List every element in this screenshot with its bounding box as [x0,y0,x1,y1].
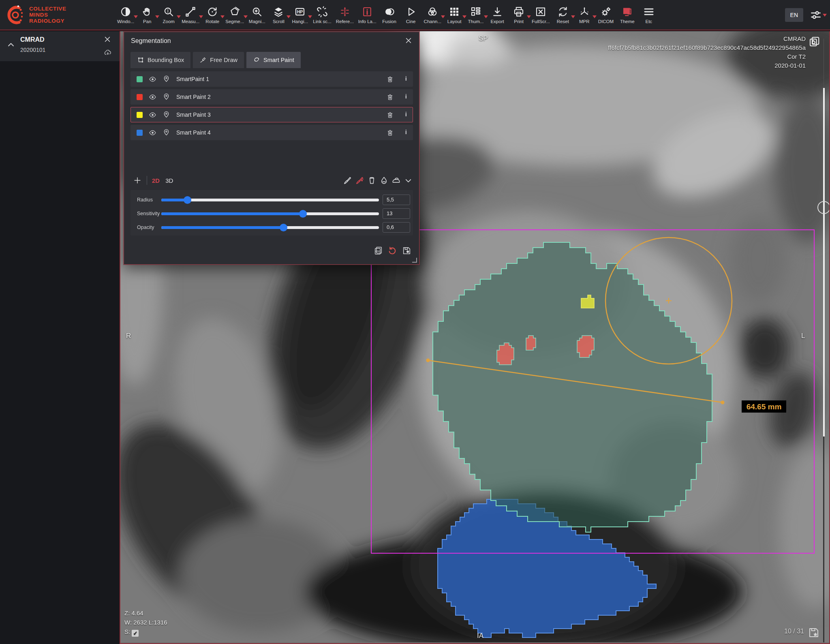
slice-scrollbar-remainder[interactable] [823,436,824,642]
dropdown-caret-icon[interactable] [527,15,531,18]
panel-resize-handle[interactable] [412,258,417,263]
trash-icon[interactable] [386,75,394,83]
segmentation-red-region[interactable] [497,343,514,365]
chevron-down-icon[interactable] [404,176,413,185]
segment-color-swatch[interactable] [137,130,143,136]
toolbar-button-reset[interactable]: Reset [554,5,572,25]
toolbar-button-zoom[interactable]: Zoom [160,5,178,25]
slider-track[interactable] [161,226,379,229]
tab-smart-paint[interactable]: Smart Paint [246,52,301,68]
toolbar-button-magni[interactable]: Magni... [248,5,266,25]
toolbar-button-print[interactable]: Print [510,5,528,25]
pin-icon[interactable] [163,75,170,83]
toolbar-button-rotate[interactable]: Rotate [203,5,221,25]
toolbar-button-pan[interactable]: Pan [138,5,156,25]
slider-handle[interactable] [184,196,191,204]
smooth-icon[interactable] [391,176,401,185]
segment-color-swatch[interactable] [137,112,143,118]
toolbar-button-export[interactable]: Export [488,5,506,25]
eye-icon[interactable] [149,75,156,83]
eye-icon[interactable] [149,93,156,101]
toolbar-button-segme[interactable]: Segme... [225,5,244,25]
eye-icon[interactable] [149,111,156,119]
trash-icon[interactable] [386,111,394,119]
toolbar-button-chann[interactable]: Chann... [424,5,442,25]
mode-2d-toggle[interactable]: 2D [152,177,160,184]
export-csv-button[interactable]: CSV [373,246,383,256]
slice-scrollbar[interactable] [823,88,825,436]
add-segment-button[interactable] [133,176,142,185]
toolbar-button-mpr[interactable]: zxMPR [575,5,593,25]
dropdown-caret-icon[interactable] [308,15,312,18]
save-key-image-icon[interactable] [807,626,820,639]
toolbar-button-scroll[interactable]: Scroll [270,5,287,25]
toolbar-button-layout[interactable]: Layout [445,5,463,25]
mode-3d-toggle[interactable]: 3D [165,177,173,184]
slider-handle[interactable] [280,224,287,231]
toolbar-button-refere[interactable]: Refere... [336,5,354,25]
toolbar-button-dicom[interactable]: DICOM [597,5,615,25]
fill-drop-icon[interactable] [379,176,389,185]
toolbar-button-measu[interactable]: Measu... [181,5,200,25]
toolbar-button-info-la[interactable]: Info La... [358,5,377,25]
toolbar-button-theme[interactable]: Theme [618,5,636,25]
eraser-icon[interactable] [367,176,376,185]
trash-icon[interactable] [386,129,394,137]
tab-free-draw[interactable]: Free Draw [193,52,244,68]
tab-bounding-box[interactable]: Bounding Box [130,52,190,68]
toolbar-button-link-sc[interactable]: Link sc... [312,5,332,25]
close-icon[interactable] [404,36,413,45]
dropdown-caret-icon[interactable] [244,15,248,18]
toolbar-button-thum[interactable]: Thum... [467,5,485,25]
dropdown-caret-icon[interactable] [462,15,466,18]
info-icon[interactable]: i [405,75,407,82]
segmentation-red-region[interactable] [577,336,594,357]
save-segmentation-button[interactable] [402,246,412,256]
info-icon[interactable]: i [405,93,407,100]
undo-button[interactable] [387,246,398,256]
measurement-label[interactable]: 64.65 mm [742,400,786,413]
dropdown-caret-icon[interactable] [177,15,181,18]
dropdown-caret-icon[interactable] [823,14,827,17]
dropdown-caret-icon[interactable] [441,15,445,18]
study-list-item[interactable]: CMRAD 20200101 [0,31,120,61]
pin-icon[interactable] [163,128,170,136]
dropdown-caret-icon[interactable] [593,15,597,18]
toolbar-button-cine[interactable]: Cine [402,5,420,25]
segment-row[interactable]: Smart Paint 2i [130,89,413,105]
dropdown-caret-icon[interactable] [155,15,159,18]
toolbar-button-fullscr[interactable]: FullScr... [531,5,550,25]
chevron-up-icon[interactable] [6,40,15,49]
toolbar-button-etc[interactable]: Etc [640,5,658,25]
copy-series-icon[interactable] [808,35,820,47]
dropdown-caret-icon[interactable] [484,15,488,18]
pin-icon[interactable] [163,93,170,101]
dropdown-caret-icon[interactable] [220,15,225,18]
eye-icon[interactable] [149,129,156,137]
slider-track[interactable] [161,199,379,201]
dropdown-caret-icon[interactable] [287,15,291,18]
slider-track[interactable] [161,212,379,215]
toolbar-button-fusion[interactable]: Fusion [381,5,398,25]
segment-row[interactable]: Smart Paint 4i [130,125,413,140]
toolbar-settings[interactable] [810,9,822,21]
pin-icon[interactable] [163,111,170,118]
brush-icon[interactable] [343,176,352,185]
info-icon[interactable]: i [405,128,407,135]
slice-scrollbar-handle[interactable] [817,201,830,214]
language-button[interactable]: EN [785,8,803,22]
segment-color-swatch[interactable] [137,94,143,100]
dropdown-caret-icon[interactable] [134,15,138,18]
segment-row[interactable]: SmartPaint 1i [130,71,413,87]
brush-dot-icon[interactable] [355,176,364,185]
dropdown-caret-icon[interactable] [571,15,575,18]
segment-row[interactable]: Smart Paint 3i [130,107,413,122]
dicom-viewport[interactable]: 64.65 mm SP R L IA CMRAD ff6fcf7b5fb81c3… [120,31,830,644]
info-icon[interactable]: i [405,111,407,118]
segment-color-swatch[interactable] [137,76,143,82]
toolbar-button-hangi[interactable]: HPHangi... [291,5,309,25]
slider-handle[interactable] [299,210,307,218]
toolbar-button-windo[interactable]: Windo... [117,5,135,25]
dropdown-caret-icon[interactable] [199,15,203,18]
close-icon[interactable] [103,35,111,43]
